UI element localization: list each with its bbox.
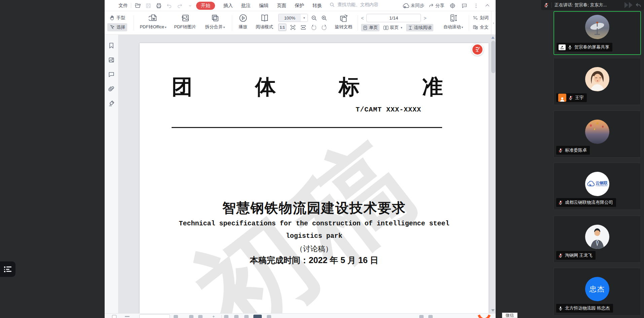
taskbar-orange-logo[interactable]	[478, 314, 491, 318]
page-indicator-input[interactable]: 1/14	[366, 14, 421, 22]
actual-size-button[interactable]: 1:1	[278, 24, 286, 31]
taskbar-icon[interactable]	[174, 315, 178, 318]
taskbar-active-app[interactable]	[253, 315, 262, 318]
tab-protect[interactable]: 保护	[295, 3, 304, 9]
meeting-status-bar[interactable]: 正在讲话: 贺宗春; 京东方...	[541, 0, 644, 10]
split-merge-icon	[211, 13, 220, 23]
cloud-sync-status[interactable]: 未同步	[402, 2, 425, 10]
split-merge-button[interactable]: 拆分合并▾	[201, 13, 229, 30]
play-button[interactable]: 播放	[235, 13, 251, 30]
zoom-dropdown-caret: ▾	[301, 14, 308, 22]
read-mode-button[interactable]: 阅读模式	[253, 13, 276, 30]
zoom-in-button[interactable]	[320, 14, 328, 22]
pdf-to-image-button[interactable]: PDF转图片	[171, 13, 199, 30]
fit-page-button[interactable]	[289, 24, 297, 31]
scroll-up-arrow[interactable]	[491, 36, 495, 39]
hand-tool-button[interactable]: 手型	[107, 14, 127, 22]
taskbar-icon[interactable]: +	[212, 315, 216, 318]
panel-expander[interactable]: ›	[491, 11, 496, 35]
taskbar-icon[interactable]	[189, 315, 193, 318]
rotate-document-button[interactable]: 旋转文档	[332, 13, 355, 30]
rotate-document-label: 旋转文档	[335, 24, 352, 30]
tab-convert[interactable]: 转换	[313, 3, 322, 9]
scrollbar-thumb[interactable]	[491, 41, 495, 73]
taskbar-icon[interactable]	[198, 315, 203, 318]
single-page-button[interactable]: 单页	[361, 24, 380, 31]
select-tool-button[interactable]: 选择	[107, 23, 127, 31]
reply-arrow-icon[interactable]	[635, 2, 641, 8]
start-button[interactable]	[112, 315, 116, 318]
bookmark-icon[interactable]	[108, 42, 115, 49]
taskbar-icon[interactable]	[267, 315, 271, 318]
continuous-read-label: 连续阅读	[414, 25, 432, 31]
taskbar-icon[interactable]	[224, 315, 228, 318]
hamburger-icon[interactable]	[108, 2, 115, 10]
taskbar-icon[interactable]	[234, 315, 239, 318]
participant-tile[interactable]: 淘钢网 王龙飞	[553, 216, 641, 263]
search-box[interactable]	[329, 2, 387, 7]
edit-pdf-fab[interactable]	[471, 43, 484, 56]
share-label: 分享	[435, 3, 444, 9]
more-options-icon[interactable]: ⋮	[472, 2, 480, 10]
auto-scroll-button[interactable]: 自动滚动▾	[441, 13, 465, 30]
signature-icon[interactable]	[108, 100, 115, 107]
tab-comment[interactable]: 批注	[241, 3, 251, 9]
cursor-icon	[109, 25, 115, 30]
pdf-to-office-button[interactable]: PDF转Office▾	[137, 13, 169, 30]
participant-tile[interactable]: 云钢联 YUNGANGLIAN 成都云钢联物流有限公司	[553, 163, 641, 210]
next-page-button[interactable]: >	[424, 15, 426, 21]
zoom-out-button[interactable]	[310, 14, 318, 22]
zoom-out-icon	[311, 15, 317, 21]
taskbar-icon[interactable]	[244, 315, 249, 318]
pdf-page: 初稿 团体标准 T/CAMT XXX-XXXX 智慧钢铁物流园建设技术要求 Te…	[140, 43, 489, 313]
participant-tile[interactable]: 忠杰 北方恒达物流园 韩忠杰	[553, 268, 641, 316]
avatar	[585, 225, 609, 249]
tab-edit[interactable]: 编辑	[259, 3, 269, 9]
taskbar-icon[interactable]	[428, 315, 433, 318]
continuous-read-button[interactable]: 连续阅读	[406, 24, 433, 31]
search-input[interactable]	[337, 2, 387, 7]
undo-icon[interactable]	[166, 2, 173, 10]
document-subtitle-en-line1: Technical specifications for the constru…	[140, 220, 489, 227]
pdf-to-office-icon	[149, 13, 158, 23]
auto-scroll-label: 自动滚动	[443, 24, 461, 29]
collapse-ribbon-button[interactable]	[484, 2, 492, 10]
dropdown-caret: ▾	[165, 26, 167, 29]
more-history-chevron-icon[interactable]	[186, 2, 194, 10]
comment-icon[interactable]	[108, 71, 115, 78]
file-menu[interactable]: 文件	[118, 2, 128, 10]
open-folder-icon[interactable]	[134, 2, 142, 10]
rotate-left-button[interactable]	[310, 24, 318, 31]
previous-page-button[interactable]: <	[361, 15, 364, 21]
save-icon[interactable]	[145, 2, 152, 10]
document-area[interactable]: 初稿 团体标准 T/CAMT XXX-XXXX 智慧钢铁物流园建设技术要求 Te…	[118, 35, 496, 313]
share-button[interactable]: 分享	[429, 2, 444, 10]
taskbar-icon[interactable]	[419, 315, 424, 318]
participant-name: 成都云钢联物流有限公司	[565, 199, 613, 205]
two-page-button[interactable]: 双页 ▾	[382, 24, 404, 31]
share-icon	[429, 3, 434, 8]
participant-tile[interactable]: 王宇	[553, 58, 641, 105]
participant-name: 淘钢网 王龙飞	[565, 252, 593, 258]
settings-button[interactable]	[449, 2, 456, 10]
attachment-icon[interactable]	[108, 86, 115, 92]
participant-tile[interactable]: 标准委陈卓	[553, 110, 641, 158]
tab-home[interactable]: 开始	[196, 2, 215, 10]
scroll-down-arrow[interactable]	[491, 309, 495, 312]
feedback-button[interactable]	[461, 2, 468, 10]
fit-width-button[interactable]	[299, 24, 307, 31]
edit-pdf-icon	[474, 46, 481, 53]
outline-toggle-button[interactable]	[0, 261, 15, 277]
participant-tile[interactable]: 贺宗春的屏幕共享	[553, 11, 641, 55]
taskbar-icon[interactable]	[125, 316, 130, 317]
image-icon[interactable]	[108, 57, 115, 63]
rotate-right-button[interactable]	[320, 24, 328, 31]
taskbar-search-box[interactable]	[139, 314, 170, 318]
tab-page[interactable]: 页面	[277, 3, 286, 9]
redo-icon[interactable]	[176, 2, 183, 10]
print-icon[interactable]	[155, 2, 163, 10]
pdf-to-image-icon	[181, 13, 190, 23]
dropdown-caret: ▾	[462, 26, 463, 29]
tab-insert[interactable]: 插入	[223, 3, 233, 9]
zoom-level-select[interactable]: 100% ▾	[278, 14, 308, 22]
